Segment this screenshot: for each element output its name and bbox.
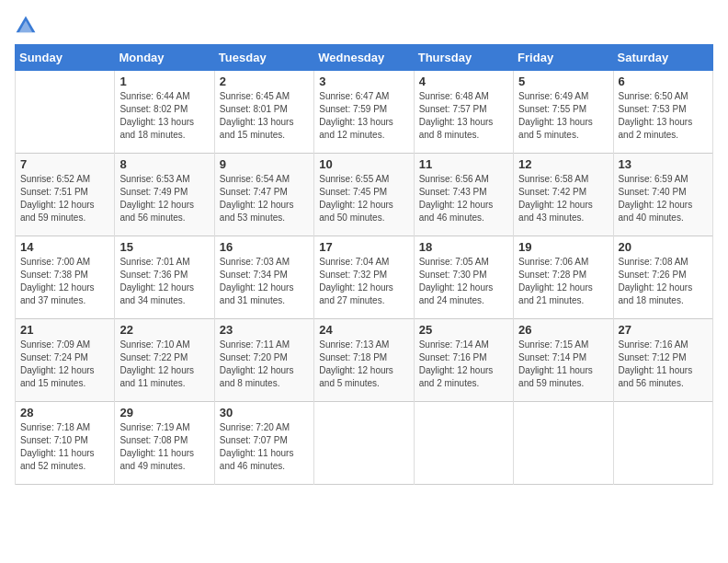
logo — [15, 15, 40, 37]
day-number: 23 — [220, 323, 309, 337]
cell-info: Sunrise: 6:56 AMSunset: 7:43 PMDaylight:… — [419, 173, 508, 224]
weekday-header-friday: Friday — [514, 45, 613, 71]
cell-info: Sunrise: 6:52 AMSunset: 7:51 PMDaylight:… — [20, 173, 109, 224]
cell-info: Sunrise: 6:55 AMSunset: 7:45 PMDaylight:… — [319, 173, 408, 224]
day-number: 18 — [419, 240, 508, 254]
cell-info: Sunrise: 7:05 AMSunset: 7:30 PMDaylight:… — [419, 256, 508, 307]
day-number: 9 — [220, 157, 309, 171]
day-number: 2 — [220, 75, 309, 88]
day-number: 13 — [619, 157, 708, 171]
cell-info: Sunrise: 7:18 AMSunset: 7:10 PMDaylight:… — [20, 421, 109, 473]
calendar-week-row: 1Sunrise: 6:44 AMSunset: 8:02 PMDaylight… — [16, 71, 713, 154]
calendar-cell — [514, 402, 613, 485]
calendar-cell: 1Sunrise: 6:44 AMSunset: 8:02 PMDaylight… — [115, 71, 214, 154]
calendar-cell — [414, 402, 513, 485]
day-number: 28 — [20, 406, 109, 419]
calendar-table: SundayMondayTuesdayWednesdayThursdayFrid… — [15, 44, 713, 485]
cell-info: Sunrise: 6:48 AMSunset: 7:57 PMDaylight:… — [419, 90, 508, 142]
calendar-cell: 10Sunrise: 6:55 AMSunset: 7:45 PMDayligh… — [314, 154, 414, 236]
cell-info: Sunrise: 6:59 AMSunset: 7:40 PMDaylight:… — [619, 173, 708, 224]
day-number: 26 — [518, 323, 608, 337]
calendar-cell — [16, 71, 115, 154]
day-number: 3 — [319, 75, 408, 88]
day-number: 25 — [419, 323, 508, 337]
calendar-cell: 28Sunrise: 7:18 AMSunset: 7:10 PMDayligh… — [16, 402, 115, 485]
calendar-cell: 14Sunrise: 7:00 AMSunset: 7:38 PMDayligh… — [16, 236, 115, 319]
calendar-cell — [613, 402, 712, 485]
calendar-cell: 29Sunrise: 7:19 AMSunset: 7:08 PMDayligh… — [115, 402, 214, 485]
day-number: 12 — [518, 157, 608, 171]
cell-info: Sunrise: 6:58 AMSunset: 7:42 PMDaylight:… — [518, 173, 608, 224]
calendar-cell: 8Sunrise: 6:53 AMSunset: 7:49 PMDaylight… — [115, 154, 214, 236]
cell-info: Sunrise: 6:54 AMSunset: 7:47 PMDaylight:… — [220, 173, 309, 224]
cell-info: Sunrise: 7:04 AMSunset: 7:32 PMDaylight:… — [319, 256, 408, 307]
day-number: 24 — [319, 323, 408, 337]
calendar-cell: 19Sunrise: 7:06 AMSunset: 7:28 PMDayligh… — [514, 236, 613, 319]
calendar-cell: 13Sunrise: 6:59 AMSunset: 7:40 PMDayligh… — [613, 154, 712, 236]
cell-info: Sunrise: 7:20 AMSunset: 7:07 PMDaylight:… — [220, 421, 309, 473]
calendar-cell: 20Sunrise: 7:08 AMSunset: 7:26 PMDayligh… — [613, 236, 712, 319]
calendar-week-row: 28Sunrise: 7:18 AMSunset: 7:10 PMDayligh… — [16, 402, 713, 485]
day-number: 17 — [319, 240, 408, 254]
calendar-cell: 18Sunrise: 7:05 AMSunset: 7:30 PMDayligh… — [414, 236, 513, 319]
calendar-cell: 22Sunrise: 7:10 AMSunset: 7:22 PMDayligh… — [115, 319, 214, 402]
day-number: 22 — [119, 323, 209, 337]
cell-info: Sunrise: 7:06 AMSunset: 7:28 PMDaylight:… — [518, 256, 608, 307]
cell-info: Sunrise: 7:15 AMSunset: 7:14 PMDaylight:… — [518, 339, 608, 390]
calendar-cell: 25Sunrise: 7:14 AMSunset: 7:16 PMDayligh… — [414, 319, 513, 402]
calendar-week-row: 21Sunrise: 7:09 AMSunset: 7:24 PMDayligh… — [16, 319, 713, 402]
day-number: 16 — [220, 240, 309, 254]
cell-info: Sunrise: 6:53 AMSunset: 7:49 PMDaylight:… — [119, 173, 209, 224]
cell-info: Sunrise: 7:09 AMSunset: 7:24 PMDaylight:… — [20, 339, 109, 390]
day-number: 5 — [518, 75, 608, 88]
day-number: 1 — [119, 75, 209, 88]
day-number: 8 — [119, 157, 209, 171]
calendar-cell: 21Sunrise: 7:09 AMSunset: 7:24 PMDayligh… — [16, 319, 115, 402]
cell-info: Sunrise: 7:03 AMSunset: 7:34 PMDaylight:… — [220, 256, 309, 307]
cell-info: Sunrise: 7:14 AMSunset: 7:16 PMDaylight:… — [419, 339, 508, 390]
day-number: 30 — [220, 406, 309, 419]
weekday-header-sunday: Sunday — [16, 45, 115, 71]
calendar-cell: 26Sunrise: 7:15 AMSunset: 7:14 PMDayligh… — [514, 319, 613, 402]
cell-info: Sunrise: 7:13 AMSunset: 7:18 PMDaylight:… — [319, 339, 408, 390]
logo-icon — [15, 15, 37, 37]
weekday-header-saturday: Saturday — [613, 45, 712, 71]
cell-info: Sunrise: 7:00 AMSunset: 7:38 PMDaylight:… — [20, 256, 109, 307]
day-number: 10 — [319, 157, 408, 171]
cell-info: Sunrise: 7:01 AMSunset: 7:36 PMDaylight:… — [119, 256, 209, 307]
cell-info: Sunrise: 6:49 AMSunset: 7:55 PMDaylight:… — [518, 90, 608, 142]
calendar-cell: 3Sunrise: 6:47 AMSunset: 7:59 PMDaylight… — [314, 71, 414, 154]
cell-info: Sunrise: 7:08 AMSunset: 7:26 PMDaylight:… — [619, 256, 708, 307]
day-number: 19 — [518, 240, 608, 254]
cell-info: Sunrise: 6:45 AMSunset: 8:01 PMDaylight:… — [220, 90, 309, 142]
calendar-cell: 12Sunrise: 6:58 AMSunset: 7:42 PMDayligh… — [514, 154, 613, 236]
day-number: 14 — [20, 240, 109, 254]
cell-info: Sunrise: 6:47 AMSunset: 7:59 PMDaylight:… — [319, 90, 408, 142]
calendar-cell: 15Sunrise: 7:01 AMSunset: 7:36 PMDayligh… — [115, 236, 214, 319]
calendar-cell: 24Sunrise: 7:13 AMSunset: 7:18 PMDayligh… — [314, 319, 414, 402]
day-number: 4 — [419, 75, 508, 88]
page-header — [15, 15, 713, 37]
calendar-cell: 30Sunrise: 7:20 AMSunset: 7:07 PMDayligh… — [214, 402, 313, 485]
weekday-header-monday: Monday — [115, 45, 214, 71]
calendar-cell: 16Sunrise: 7:03 AMSunset: 7:34 PMDayligh… — [214, 236, 313, 319]
calendar-week-row: 14Sunrise: 7:00 AMSunset: 7:38 PMDayligh… — [16, 236, 713, 319]
calendar-cell — [314, 402, 414, 485]
cell-info: Sunrise: 7:11 AMSunset: 7:20 PMDaylight:… — [220, 339, 309, 390]
calendar-cell: 23Sunrise: 7:11 AMSunset: 7:20 PMDayligh… — [214, 319, 313, 402]
day-number: 20 — [619, 240, 708, 254]
weekday-header-tuesday: Tuesday — [214, 45, 313, 71]
weekday-header-row: SundayMondayTuesdayWednesdayThursdayFrid… — [16, 45, 713, 71]
cell-info: Sunrise: 7:10 AMSunset: 7:22 PMDaylight:… — [119, 339, 209, 390]
calendar-cell: 9Sunrise: 6:54 AMSunset: 7:47 PMDaylight… — [214, 154, 313, 236]
day-number: 27 — [619, 323, 708, 337]
day-number: 15 — [119, 240, 209, 254]
day-number: 7 — [20, 157, 109, 171]
day-number: 21 — [20, 323, 109, 337]
cell-info: Sunrise: 6:50 AMSunset: 7:53 PMDaylight:… — [619, 90, 708, 142]
calendar-cell: 11Sunrise: 6:56 AMSunset: 7:43 PMDayligh… — [414, 154, 513, 236]
calendar-cell: 27Sunrise: 7:16 AMSunset: 7:12 PMDayligh… — [613, 319, 712, 402]
cell-info: Sunrise: 7:16 AMSunset: 7:12 PMDaylight:… — [619, 339, 708, 390]
cell-info: Sunrise: 6:44 AMSunset: 8:02 PMDaylight:… — [119, 90, 209, 142]
cell-info: Sunrise: 7:19 AMSunset: 7:08 PMDaylight:… — [119, 421, 209, 473]
